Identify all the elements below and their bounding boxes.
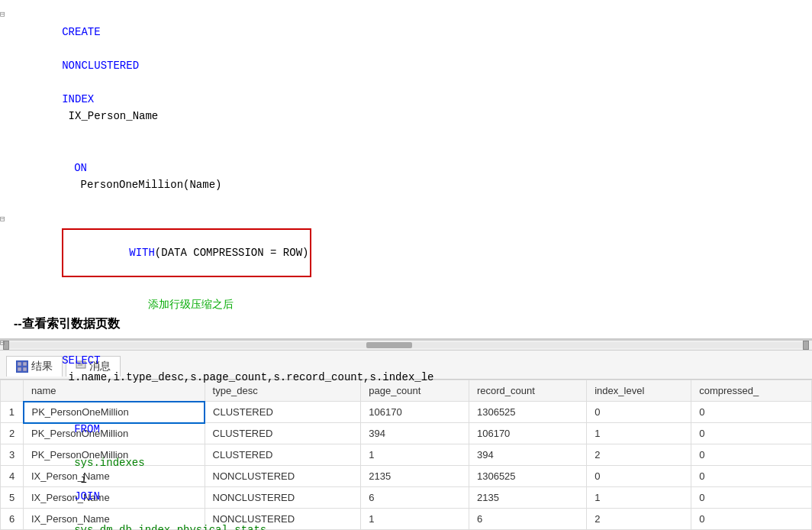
kw-index: INDEX bbox=[62, 93, 94, 105]
kw-with: WITH bbox=[129, 247, 155, 259]
annotation-line: 添加行级压缩之后 bbox=[0, 295, 812, 313]
comment-text: --查看索引数据页数 bbox=[11, 314, 120, 334]
sp-from bbox=[74, 440, 80, 452]
collapse-3[interactable]: ⊟ bbox=[0, 212, 11, 224]
sql-line-2: ON PersonOneMillion(Name) bbox=[0, 142, 812, 211]
with-highlighted: WITH(DATA COMPRESSION = ROW) bbox=[62, 228, 311, 277]
from-i: i bbox=[74, 473, 93, 486]
line-3-content: WITH(DATA COMPRESSION = ROW) bbox=[11, 212, 812, 294]
index-name: IX_Person_Name bbox=[62, 110, 158, 122]
line-2-content: ON PersonOneMillion(Name) bbox=[11, 143, 812, 210]
sql-line-3: ⊟ WITH(DATA COMPRESSION = ROW) bbox=[0, 211, 812, 295]
sql-editor: ⊟ CREATE NONCLUSTERED INDEX IX_Person_Na… bbox=[0, 0, 812, 340]
kw-join: JOIN bbox=[74, 490, 100, 503]
sp2 bbox=[62, 76, 68, 89]
collapse-1[interactable]: ⊟ bbox=[0, 7, 11, 19]
annotation-text: 添加行级压缩之后 bbox=[11, 296, 234, 312]
sys-indexes: sys.indexes bbox=[74, 457, 144, 469]
select-cols: i.name,i.type_desc,s.page_count,s.record… bbox=[62, 371, 433, 383]
comment-line: --查看索引数据页数 bbox=[0, 313, 812, 334]
kw-create: CREATE bbox=[62, 26, 100, 38]
sp-join bbox=[74, 507, 80, 519]
scroll-thumb[interactable] bbox=[366, 342, 412, 348]
line-1-content: CREATE NONCLUSTERED INDEX IX_Person_Name bbox=[11, 7, 812, 141]
on-value: PersonOneMillion(Name) bbox=[74, 179, 221, 191]
kw-nonclustered: NONCLUSTERED bbox=[62, 60, 139, 72]
sql-line-5: FROM sys.indexes i JOIN sys.dm_db_index_… bbox=[0, 403, 812, 530]
main-container: ⊟ CREATE NONCLUSTERED INDEX IX_Person_Na… bbox=[0, 0, 812, 530]
sp1 bbox=[62, 43, 68, 55]
dm-stats: sys.dm_db_index_physical_stats bbox=[74, 524, 266, 530]
kw-select: SELECT bbox=[62, 354, 100, 367]
with-params: (DATA COMPRESSION = ROW) bbox=[155, 247, 309, 259]
line-5-content: FROM sys.indexes i JOIN sys.dm_db_index_… bbox=[11, 404, 812, 530]
kw-on: ON bbox=[74, 162, 87, 174]
sql-line-1: ⊟ CREATE NONCLUSTERED INDEX IX_Person_Na… bbox=[0, 6, 812, 142]
kw-from: FROM bbox=[74, 423, 100, 435]
